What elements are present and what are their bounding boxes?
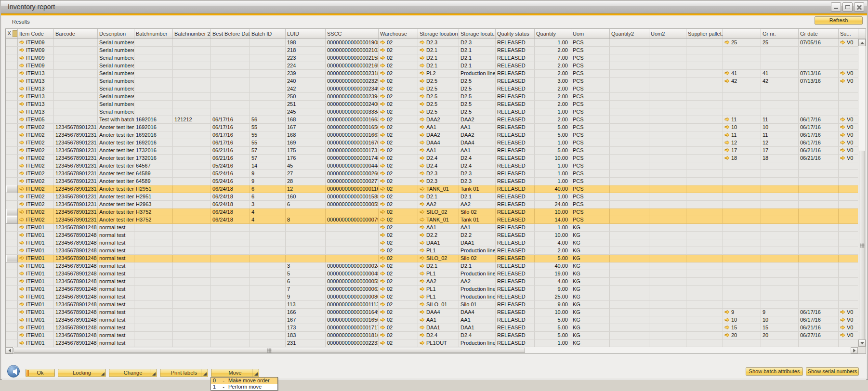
link-arrow-icon[interactable] [380, 117, 385, 122]
link-arrow-icon[interactable] [420, 78, 425, 83]
link-arrow-icon[interactable] [380, 156, 385, 160]
link-arrow-icon[interactable] [420, 217, 425, 222]
column-header-grnr[interactable]: Gr nr. [761, 29, 799, 39]
row-selector-cell[interactable] [6, 62, 18, 69]
link-arrow-icon[interactable] [19, 287, 25, 291]
print-labels-button[interactable]: Print labels [160, 369, 208, 377]
table-row[interactable]: ITEM0212345678901231Anoter test itemH296… [6, 200, 859, 208]
table-row[interactable]: ITEM13Serial numbered i24500000000000000… [6, 108, 859, 116]
link-arrow-icon[interactable] [19, 194, 25, 199]
menu-item-perform-move[interactable]: 1 - Perform move [211, 384, 277, 390]
link-arrow-icon[interactable] [420, 48, 425, 52]
row-selector-cell[interactable] [6, 216, 18, 223]
link-arrow-icon[interactable] [420, 240, 425, 245]
link-arrow-icon[interactable] [840, 71, 845, 76]
link-arrow-icon[interactable] [380, 86, 385, 91]
link-arrow-icon[interactable] [380, 279, 385, 284]
link-arrow-icon[interactable] [19, 209, 25, 214]
link-arrow-icon[interactable] [724, 40, 730, 45]
row-selector-cell[interactable] [6, 92, 18, 100]
link-arrow-icon[interactable] [19, 125, 25, 130]
row-selector-cell[interactable] [6, 208, 18, 216]
title-bar[interactable]: Inventory report [1, 1, 867, 13]
link-arrow-icon[interactable] [420, 325, 425, 330]
link-arrow-icon[interactable] [420, 40, 425, 45]
close-button[interactable] [854, 2, 864, 12]
link-arrow-icon[interactable] [840, 333, 845, 338]
link-arrow-icon[interactable] [380, 333, 385, 338]
link-arrow-icon[interactable] [380, 71, 385, 76]
table-row[interactable]: ITEM0112345678901248normal test231000000… [6, 339, 859, 347]
link-arrow-icon[interactable] [420, 140, 425, 145]
link-arrow-icon[interactable] [19, 271, 25, 276]
link-arrow-icon[interactable] [840, 40, 845, 45]
table-row[interactable]: ITEM0112345678901248normal test300000000… [6, 262, 859, 270]
link-arrow-icon[interactable] [840, 310, 845, 314]
link-arrow-icon[interactable] [19, 117, 25, 122]
table-row[interactable]: ITEM0112345678901248normal test500000000… [6, 270, 859, 277]
link-arrow-icon[interactable] [840, 132, 845, 137]
column-header-batch2[interactable]: Batchnumber 2 [173, 29, 211, 39]
row-selector-cell[interactable] [6, 247, 18, 254]
row-selector-cell[interactable] [6, 316, 18, 324]
link-arrow-icon[interactable] [420, 317, 425, 322]
link-arrow-icon[interactable] [380, 78, 385, 83]
link-arrow-icon[interactable] [380, 94, 385, 99]
column-header-wh[interactable]: Warehouse [379, 29, 418, 39]
column-header-desc[interactable]: Description [98, 29, 134, 39]
link-arrow-icon[interactable] [420, 302, 425, 307]
table-row[interactable]: ITEM0112345678901248normal test173000000… [6, 324, 859, 331]
column-header-bbd[interactable]: Best Before Date [211, 29, 250, 39]
link-arrow-icon[interactable] [724, 71, 730, 76]
link-arrow-icon[interactable] [19, 78, 25, 83]
link-arrow-icon[interactable] [724, 117, 730, 122]
link-arrow-icon[interactable] [380, 40, 385, 45]
row-selector-cell[interactable] [6, 69, 18, 77]
link-arrow-icon[interactable] [420, 94, 425, 99]
link-arrow-icon[interactable] [724, 140, 730, 145]
link-arrow-icon[interactable] [19, 156, 25, 160]
link-arrow-icon[interactable] [19, 317, 25, 322]
row-selector-cell[interactable] [6, 254, 18, 262]
table-row[interactable]: ITEM09Serial numbered i22400000000000000… [6, 62, 859, 69]
table-row[interactable]: ITEM13Serial numbered i23900000000000000… [6, 69, 859, 77]
link-arrow-icon[interactable] [19, 71, 25, 76]
link-arrow-icon[interactable] [380, 109, 385, 114]
link-arrow-icon[interactable] [19, 140, 25, 145]
row-selector-cell[interactable] [6, 54, 18, 62]
link-arrow-icon[interactable] [380, 140, 385, 145]
column-header-batch[interactable]: Batchnumber [134, 29, 173, 39]
link-arrow-icon[interactable] [380, 340, 385, 345]
link-arrow-icon[interactable] [19, 94, 25, 99]
row-selector-cell[interactable] [6, 123, 18, 131]
link-arrow-icon[interactable] [724, 325, 730, 330]
column-header-luid[interactable]: LUID [286, 29, 326, 39]
table-row[interactable]: ITEM0112345678901248normal test02SILO_02… [6, 254, 859, 262]
link-arrow-icon[interactable] [840, 156, 845, 160]
link-arrow-icon[interactable] [380, 233, 385, 237]
row-selector-cell[interactable] [6, 154, 18, 162]
row-selector-cell[interactable] [6, 223, 18, 231]
link-arrow-icon[interactable] [724, 148, 730, 153]
horizontal-scroll-thumb[interactable] [13, 348, 525, 353]
link-arrow-icon[interactable] [380, 310, 385, 314]
table-row[interactable]: ITEM0112345678901248normal test167000000… [6, 316, 859, 324]
link-arrow-icon[interactable] [420, 333, 425, 338]
link-arrow-icon[interactable] [380, 163, 385, 168]
link-arrow-icon[interactable] [840, 78, 845, 83]
link-arrow-icon[interactable] [19, 109, 25, 114]
link-arrow-icon[interactable] [380, 186, 385, 191]
column-header-sscc[interactable]: SSCC [326, 29, 379, 39]
link-arrow-icon[interactable] [19, 225, 25, 230]
link-arrow-icon[interactable] [840, 148, 845, 153]
link-arrow-icon[interactable] [420, 63, 425, 68]
row-selector-cell[interactable] [6, 108, 18, 116]
row-selector-cell[interactable] [6, 200, 18, 208]
link-arrow-icon[interactable] [19, 217, 25, 222]
link-arrow-icon[interactable] [380, 194, 385, 199]
row-selector-cell[interactable] [6, 300, 18, 308]
link-arrow-icon[interactable] [420, 287, 425, 291]
table-row[interactable]: ITEM0212345678901231Anoter test item6458… [6, 177, 859, 185]
link-arrow-icon[interactable] [420, 148, 425, 153]
table-row[interactable]: ITEM09Serial numbered i21800000000000000… [6, 46, 859, 54]
